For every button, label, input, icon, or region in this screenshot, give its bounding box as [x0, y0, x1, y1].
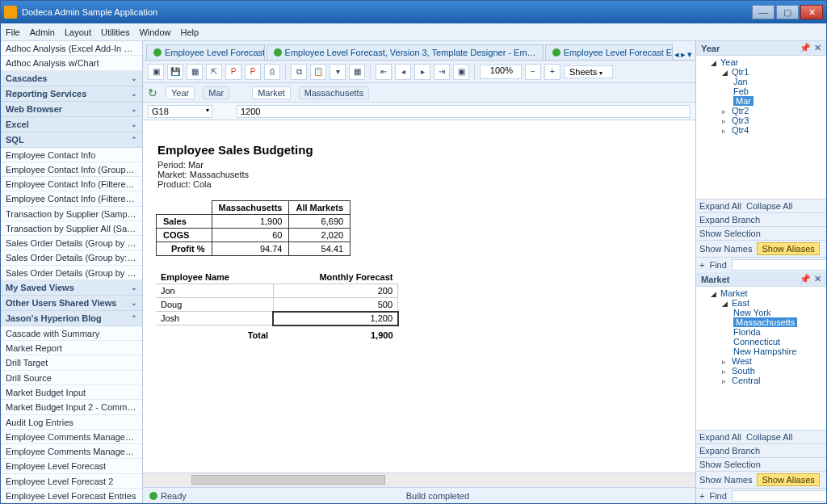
sidebar-item[interactable]: Employee Comments Management — [1, 444, 142, 459]
expand-all-link[interactable]: Expand All — [699, 201, 741, 211]
close-icon[interactable]: ✕ — [814, 43, 821, 53]
expand-icon[interactable]: ▹ — [722, 368, 729, 376]
sidebar-item[interactable]: Employee Contact Info — [1, 148, 142, 162]
expand-icon[interactable]: ▹ — [722, 358, 729, 366]
sidebar-item[interactable]: Market Budget Input 2 - Comments — [1, 400, 142, 414]
sidebar-group-excel[interactable]: Excel⌄ — [1, 117, 142, 132]
grid-icon[interactable]: ▦ — [349, 64, 365, 80]
show-aliases-button[interactable]: Show Aliases — [757, 242, 819, 255]
minimize-button[interactable]: — — [752, 5, 775, 19]
sidebar-group-shared[interactable]: Other Users Shared Views⌄ — [1, 296, 142, 311]
expand-icon[interactable]: ▹ — [722, 127, 729, 135]
show-selection-link[interactable]: Show Selection — [699, 229, 761, 238]
maximize-button[interactable]: ▢ — [776, 5, 799, 19]
menu-help[interactable]: Help — [181, 27, 199, 37]
sidebar-item[interactable]: Transaction by Supplier (Sample Basic) — [1, 207, 142, 221]
tree-leaf[interactable]: Florida — [733, 327, 761, 337]
sidebar-item[interactable]: Sales Order Details (Group by Produc... — [1, 266, 142, 280]
tree-leaf[interactable]: New Hampshire — [733, 346, 796, 356]
collapse-icon[interactable]: ◢ — [722, 69, 729, 77]
cell-value-input[interactable]: 1200 — [237, 105, 691, 118]
excel-icon[interactable]: ▦ — [187, 64, 203, 80]
tree-leaf[interactable]: Feb — [733, 86, 749, 96]
paste-icon[interactable]: 📋 — [310, 64, 326, 80]
spreadsheet-area[interactable]: Employee Sales Budgeting Period: Mar Mar… — [143, 120, 695, 472]
collapse-icon[interactable]: ▣ — [453, 64, 469, 80]
zoom-in-icon[interactable]: + — [544, 64, 560, 80]
sidebar-item[interactable]: Adhoc Analysis w/Chart — [1, 56, 142, 70]
sidebar-item[interactable]: Employee Comments Management (E... — [1, 430, 142, 444]
close-icon[interactable]: ✕ — [814, 274, 821, 284]
sidebar-item[interactable]: Employee Contact Info (Filtered by: La..… — [1, 177, 142, 191]
plus-icon[interactable]: + — [699, 260, 704, 270]
sidebar-group-blog[interactable]: Jason's Hyperion Blog⌃ — [1, 311, 142, 326]
tree-leaf[interactable]: New York — [733, 308, 770, 317]
sidebar-group-sql[interactable]: SQL⌃ — [1, 132, 142, 148]
sidebar-item[interactable]: Sales Order Details (Group by: Produ... — [1, 250, 142, 265]
tree-node[interactable]: Qtr2 — [732, 106, 749, 116]
new-icon[interactable]: ▣ — [148, 64, 164, 80]
pdf2-icon[interactable]: P — [245, 64, 261, 80]
expand-branch-link[interactable]: Expand Branch — [699, 446, 760, 456]
print-icon[interactable]: ⎙ — [264, 64, 280, 80]
scrollbar-thumb[interactable] — [191, 475, 385, 485]
menu-admin[interactable]: Admin — [30, 27, 55, 37]
copy-icon[interactable]: ⧉ — [291, 64, 307, 80]
sidebar-group-saved[interactable]: My Saved Views⌄ — [1, 280, 142, 296]
pin-icon[interactable]: 📌 — [800, 43, 811, 53]
expand-branch-link[interactable]: Expand Branch — [699, 215, 760, 225]
sidebar-item[interactable]: Drill Source — [1, 371, 142, 385]
menu-utilities[interactable]: Utilities — [101, 27, 129, 37]
collapse-icon[interactable]: ◢ — [711, 59, 718, 67]
collapse-icon[interactable]: ◢ — [711, 290, 718, 298]
tree-node[interactable]: Qtr1 — [732, 67, 749, 77]
pov-market-value[interactable]: Massachusetts — [299, 86, 369, 99]
save-icon[interactable]: 💾 — [167, 64, 183, 80]
tree-node[interactable]: Qtr3 — [732, 116, 749, 125]
sidebar-group-web[interactable]: Web Browser⌄ — [1, 102, 142, 117]
expand-icon[interactable]: ▹ — [722, 107, 729, 116]
show-names-link[interactable]: Show Names — [699, 475, 752, 485]
sidebar-item[interactable]: Market Report — [1, 341, 142, 355]
sidebar-item[interactable]: Audit Log Entries — [1, 415, 142, 430]
sidebar-group-reporting[interactable]: Reporting Services⌄ — [1, 86, 142, 102]
tree-leaf[interactable]: Jan — [733, 77, 748, 86]
tree-leaf-selected[interactable]: Mar — [733, 96, 754, 106]
sidebar-item[interactable]: Sales Order Details (Group by Produc... — [1, 236, 142, 250]
sidebar-item[interactable]: Adhoc Analysis (Excel Add-In Mode) — [1, 41, 142, 56]
tree-node[interactable]: West — [732, 356, 752, 366]
tree-node[interactable]: East — [732, 298, 749, 308]
sheets-select[interactable]: Sheets ▾ — [564, 65, 613, 78]
tab-menu-icon[interactable]: ▾ — [687, 49, 692, 60]
nav-first-icon[interactable]: ⇤ — [376, 64, 392, 80]
tree-node[interactable]: Year — [720, 57, 738, 67]
tree-node[interactable]: South — [732, 366, 755, 376]
sidebar-item[interactable]: Employee Contact Info (Grouped by: J... — [1, 162, 142, 177]
tree-node[interactable]: Qtr4 — [732, 125, 749, 135]
sidebar-item[interactable]: Employee Level Forecast Entries — [1, 489, 142, 503]
sidebar-item[interactable]: Transaction by Supplier All (Sample B... — [1, 221, 142, 236]
zoom-out-icon[interactable]: − — [525, 64, 541, 80]
tree-node[interactable]: Central — [732, 376, 760, 385]
market-tree[interactable]: ◢Market ◢East New York Massachusetts Flo… — [696, 287, 826, 430]
pdf-icon[interactable]: P — [225, 64, 241, 80]
menu-window[interactable]: Window — [139, 27, 170, 37]
tree-node[interactable]: Market — [720, 288, 748, 298]
nav-last-icon[interactable]: ⇥ — [434, 64, 450, 80]
dropdown-icon[interactable]: ▾ — [330, 64, 346, 80]
refresh-icon[interactable]: ↻ — [148, 86, 157, 99]
menu-file[interactable]: File — [6, 27, 20, 37]
show-aliases-button[interactable]: Show Aliases — [757, 473, 819, 486]
tab-scroll-right-icon[interactable]: ▸ — [681, 49, 686, 60]
sidebar-item[interactable]: Cascade with Summary — [1, 326, 142, 341]
nav-next-icon[interactable]: ▸ — [414, 64, 430, 80]
expand-icon[interactable]: ▹ — [722, 377, 729, 385]
menu-layout[interactable]: Layout — [65, 27, 91, 37]
nav-prev-icon[interactable]: ◂ — [395, 64, 411, 80]
tree-leaf-selected[interactable]: Massachusetts — [733, 317, 797, 327]
collapse-icon[interactable]: ◢ — [722, 300, 729, 308]
cell-reference[interactable]: G18▾ — [148, 105, 212, 118]
tab-active[interactable]: Employee Level Forecast Entries✕ — [545, 44, 673, 60]
horizontal-scrollbar[interactable] — [143, 472, 695, 487]
sidebar-item[interactable]: Employee Level Forecast — [1, 459, 142, 473]
